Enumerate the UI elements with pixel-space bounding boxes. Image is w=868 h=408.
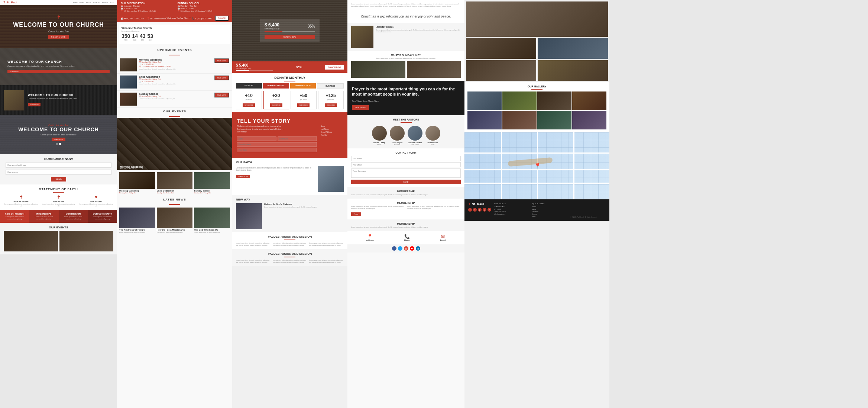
stat-1: 350 Foo [122, 33, 130, 41]
faith-title: STATEMENT OF FAITH [4, 187, 113, 191]
new-way-content: Reborn As God's Children Lorem ipsum dol… [236, 203, 344, 229]
gallery-item-3[interactable] [537, 91, 571, 110]
donate-mini-progress [236, 70, 249, 71]
story-text-input[interactable] [237, 148, 317, 152]
child-dedication-address: 📍 10. Address Ave, NY, Address 12-4540 [121, 10, 172, 12]
pair-img-2 [538, 38, 608, 59]
gallery-item-8[interactable] [572, 111, 606, 129]
donate-tabs: Student Working People Medium Donor Busi… [236, 83, 344, 89]
faith-btn[interactable]: LEARN MORE [236, 175, 250, 178]
quote-read-more-button[interactable]: READ MORE [352, 105, 369, 110]
events-title: OUR EVENTS [4, 226, 113, 229]
about-bible-content: ABOUT BIBLE Lorem ipsum dolor sit amet, … [376, 26, 461, 48]
slider-dot[interactable] [56, 143, 58, 145]
footer-link-3[interactable]: Sermons [532, 211, 568, 212]
footer-address-1: 10 Address Ave [494, 206, 529, 208]
gallery-item-2[interactable] [502, 91, 537, 110]
nav-item[interactable]: EVENTS [102, 1, 108, 3]
red-announcement-bar: 📅 Mon, Jan - Thu, Jan 📍 10. Address Ave … [117, 14, 232, 22]
top-images [464, 0, 609, 82]
subscribe-email-input[interactable] [6, 163, 111, 168]
footer-link-2[interactable]: About [532, 208, 568, 210]
card-desc-1: Lorem ipsum dolor sit amet consectetur a… [2, 216, 27, 219]
gallery-item-7[interactable] [537, 111, 571, 129]
donate-mini-button[interactable]: DONATE NOW [325, 65, 344, 70]
kids-mission-card: Kids On Mission Lorem ipsum dolor sit am… [0, 210, 29, 222]
event-read-more-3[interactable]: READ MORE [214, 93, 229, 97]
nav-item[interactable]: SERMONS [93, 1, 100, 3]
gallery-item-5[interactable] [467, 111, 502, 129]
footer-in-icon[interactable]: in [488, 208, 491, 212]
twitter-icon[interactable]: t [398, 246, 402, 251]
news-items: The Kindness Of Failure Lorem ipsum dolo… [117, 206, 232, 235]
footer-tw-icon[interactable]: t [473, 208, 477, 212]
slider-dot-active[interactable] [59, 143, 61, 145]
hero-subtitle: Come As You Are [48, 30, 69, 33]
donate-now-button[interactable]: DONATE NOW [265, 35, 315, 39]
news-title-3: The God Who Sees Us [194, 229, 230, 231]
story-form-labels: Name [321, 125, 343, 127]
story-title: TELL YOUR STORY [237, 118, 317, 124]
subscribe-btn-4[interactable]: SUBSCRIBE [325, 103, 337, 107]
column-4: Lorem ipsum dolor sit amet, consectetur … [347, 0, 464, 408]
linkedin-icon[interactable]: in [416, 246, 420, 251]
footer-link-4[interactable]: Events [532, 213, 568, 215]
footer-link-5[interactable]: Blog [532, 215, 568, 217]
membership-btn[interactable]: Save [351, 212, 361, 216]
welcome-btn-1[interactable]: READ MORE [7, 70, 110, 73]
membership-body-2: Lorem ipsum dolor sit amet, consectetur … [351, 205, 405, 209]
google-plus-icon[interactable]: g [404, 246, 408, 251]
story-lastname-input[interactable] [278, 136, 317, 141]
cross-icon-1: ✝ [4, 195, 38, 200]
story-name-input[interactable] [237, 136, 276, 141]
contact-email-input[interactable] [351, 162, 461, 167]
donate-tab-business[interactable]: Business [317, 83, 344, 89]
gallery-item-4[interactable] [572, 91, 606, 110]
footer-col-1: Contact Us 10 Address Ave NY 10001 1 (80… [494, 202, 529, 218]
event-item-1: READ MORE Morning Gathering 📅 Monday, Oc… [117, 57, 232, 74]
donate-mini-percent: 35% [296, 65, 302, 69]
footer-gp-icon[interactable]: g [478, 208, 482, 212]
values-divider-1 [284, 240, 295, 240]
welcome2-btn[interactable]: READ MORE [52, 138, 65, 141]
nav-item[interactable]: HOME [73, 1, 78, 3]
contact-message-input[interactable] [351, 168, 461, 178]
events-grid-item-3: Sunday School Monday, Oct - Friday, Oct [194, 172, 230, 194]
event-time-1: 🕐 at 10:00 - 10:00 [139, 64, 229, 65]
price-1: +10 [238, 93, 260, 98]
stat-label-3: Baz [140, 39, 146, 41]
events-grid-item-2: Child Dedication Monday, Oct - Friday, O… [157, 172, 193, 194]
contact-send-button[interactable]: SEND [351, 180, 461, 184]
subscribe-name-input[interactable] [6, 170, 111, 175]
card-desc-4: Lorem ipsum dolor sit amet consectetur a… [90, 216, 115, 219]
subscribe-btn-1[interactable]: SUBSCRIBE [243, 103, 255, 107]
donate-tab-working[interactable]: Working People [263, 83, 289, 89]
nav-item[interactable]: HOME [80, 1, 84, 3]
footer-fb-icon[interactable]: f [468, 208, 472, 212]
contact-name-input[interactable] [351, 156, 461, 161]
donate-tab-student[interactable]: Student [236, 83, 262, 89]
hero-read-more-button[interactable]: READ MORE [48, 35, 69, 39]
story-email-input[interactable] [237, 142, 317, 147]
new-way-title: NEW WAY [236, 198, 344, 201]
subscribe-btn-3[interactable]: SUBSCRIBE [297, 103, 310, 107]
youtube-icon[interactable]: ▶ [410, 246, 414, 251]
gallery-item-1[interactable] [467, 91, 502, 110]
footer-link-1[interactable]: Home [532, 206, 568, 208]
donate-hero: $ 6,400 Remaining to July 35% DONATE NOW [232, 0, 347, 61]
gallery-event-date: Mon, Oct 10 - Fri, Oct 14 [120, 167, 136, 169]
facebook-icon[interactable]: f [392, 246, 396, 251]
bible-btn[interactable]: READ MORE [28, 103, 41, 106]
footer-yt-icon[interactable]: ▶ [483, 208, 486, 212]
donate-tab-medium[interactable]: Medium Donor [290, 83, 316, 89]
event-read-more-1[interactable]: READ MORE [214, 58, 229, 63]
nav-item[interactable]: ABOUT [86, 1, 91, 3]
pastor-4: Brad Hanks Elder [425, 126, 440, 145]
event-read-more-2[interactable]: READ MORE [214, 76, 229, 80]
donate-button-bar[interactable]: DONATE [215, 16, 229, 21]
subscribe-button[interactable]: SEND [51, 177, 66, 181]
welcome2-pre: Come As You Are [48, 124, 69, 126]
subscribe-btn-2[interactable]: SUBSCRIBE [270, 103, 282, 107]
nav-item[interactable]: BLOG [110, 1, 114, 3]
gallery-item-6[interactable] [502, 111, 537, 129]
